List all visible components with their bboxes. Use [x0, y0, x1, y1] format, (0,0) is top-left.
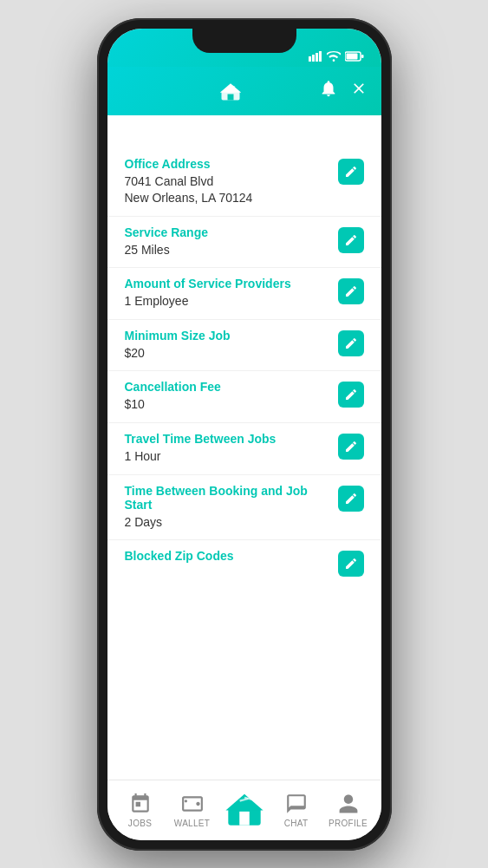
signal-icon	[309, 51, 322, 62]
wallet-label: WALLET	[174, 819, 210, 828]
close-button[interactable]	[350, 80, 368, 101]
nav-chat[interactable]: CHAT	[270, 792, 322, 828]
edit-button-4[interactable]	[338, 382, 364, 408]
info-left-0: Office Address7041 Canal Blvd New Orlean…	[125, 157, 328, 207]
info-left-6: Time Between Booking and Job Start2 Days	[125, 484, 328, 532]
info-label-3: Minimum Size Job	[125, 329, 328, 343]
info-label-1: Service Range	[125, 225, 328, 239]
info-label-4: Cancellation Fee	[125, 380, 328, 394]
wallet-icon-container	[180, 792, 205, 816]
info-value-1: 25 Miles	[125, 242, 328, 259]
info-left-1: Service Range25 Miles	[125, 225, 328, 259]
svg-marker-8	[219, 83, 241, 93]
info-value-2: 1 Employee	[125, 293, 328, 310]
info-item-0: Office Address7041 Canal Blvd New Orlean…	[107, 148, 381, 217]
home-center-icon	[224, 789, 264, 829]
info-value-4: $10	[125, 396, 328, 414]
profile-label: Profile	[329, 819, 368, 828]
info-item-1: Service Range25 Miles	[107, 217, 381, 269]
chat-label: CHAT	[284, 819, 309, 828]
svg-rect-6	[361, 55, 364, 58]
bell-icon	[319, 79, 338, 98]
header-actions	[319, 79, 368, 102]
jobs-label: JOBS	[128, 819, 152, 828]
svg-rect-3	[319, 51, 322, 62]
pencil-icon	[344, 336, 358, 350]
bell-button[interactable]	[319, 79, 338, 102]
edit-button-3[interactable]	[338, 330, 364, 356]
info-left-3: Minimum Size Job$20	[125, 329, 328, 362]
pencil-icon	[344, 233, 358, 247]
info-value-0: 7041 Canal Blvd New Orleans, LA 70124	[125, 173, 328, 207]
svg-rect-9	[227, 94, 233, 100]
svg-marker-14	[225, 793, 263, 810]
phone-frame: Office Address7041 Canal Blvd New Orlean…	[97, 18, 392, 851]
wallet-icon	[181, 793, 204, 815]
jobs-icon	[128, 792, 153, 816]
profile-icon-container	[336, 792, 361, 816]
info-left-5: Travel Time Between Jobs1 Hour	[125, 432, 328, 466]
nav-home[interactable]	[218, 787, 270, 833]
edit-button-6[interactable]	[338, 486, 364, 512]
info-label-2: Amount of Service Providers	[125, 277, 328, 290]
pencil-icon	[344, 284, 358, 298]
app-header	[107, 67, 381, 115]
info-list: Office Address7041 Canal Blvd New Orlean…	[107, 148, 381, 586]
edit-button-2[interactable]	[338, 278, 364, 304]
nav-wallet[interactable]: WALLET	[166, 792, 218, 828]
info-label-5: Travel Time Between Jobs	[125, 432, 328, 446]
phone-screen: Office Address7041 Canal Blvd New Orlean…	[107, 29, 381, 840]
logo-icon	[218, 79, 243, 103]
pencil-icon	[344, 440, 358, 454]
pencil-icon	[344, 165, 358, 179]
main-content: Office Address7041 Canal Blvd New Orlean…	[107, 115, 381, 780]
info-label-0: Office Address	[125, 157, 328, 171]
edit-button-7[interactable]	[338, 551, 364, 577]
svg-rect-5	[346, 53, 357, 59]
edit-button-5[interactable]	[338, 434, 364, 460]
info-item-2: Amount of Service Providers1 Employee	[107, 268, 381, 320]
svg-point-12	[184, 799, 186, 802]
info-item-7: Blocked Zip Codes	[107, 540, 381, 585]
info-label-6: Time Between Booking and Job Start	[125, 484, 328, 512]
info-left-4: Cancellation Fee$10	[125, 380, 328, 414]
nav-jobs[interactable]: JOBS	[114, 792, 166, 828]
pencil-icon	[344, 557, 358, 571]
app-logo	[218, 79, 250, 103]
calendar-icon	[129, 793, 152, 815]
edit-button-1[interactable]	[338, 227, 364, 253]
svg-rect-0	[309, 56, 311, 62]
status-icons	[309, 51, 364, 62]
svg-rect-2	[316, 53, 318, 62]
info-item-4: Cancellation Fee$10	[107, 371, 381, 423]
info-left-7: Blocked Zip Codes	[125, 549, 328, 565]
pencil-icon	[344, 492, 358, 506]
info-value-3: $20	[125, 345, 328, 362]
info-value-6: 2 Days	[125, 514, 328, 532]
info-item-6: Time Between Booking and Job Start2 Days	[107, 475, 381, 541]
bottom-nav: JOBS WALLET	[107, 780, 381, 840]
info-item-5: Travel Time Between Jobs1 Hour	[107, 423, 381, 475]
info-label-7: Blocked Zip Codes	[125, 549, 328, 563]
battery-icon	[345, 51, 364, 62]
info-item-3: Minimum Size Job$20	[107, 320, 381, 372]
edit-button-0[interactable]	[338, 159, 364, 185]
home-icon-container	[223, 787, 266, 831]
pencil-icon	[344, 388, 358, 401]
info-value-5: 1 Hour	[125, 448, 328, 466]
info-left-2: Amount of Service Providers1 Employee	[125, 277, 328, 310]
svg-rect-15	[239, 811, 250, 825]
profile-icon	[337, 793, 360, 815]
phone-wrapper: Office Address7041 Canal Blvd New Orlean…	[0, 0, 488, 868]
wifi-icon	[327, 51, 341, 62]
chat-icon-container	[284, 792, 309, 816]
chat-icon	[285, 793, 308, 815]
close-icon	[350, 80, 368, 97]
nav-profile[interactable]: Profile	[322, 792, 374, 828]
svg-rect-1	[312, 55, 315, 62]
phone-notch	[192, 29, 296, 53]
